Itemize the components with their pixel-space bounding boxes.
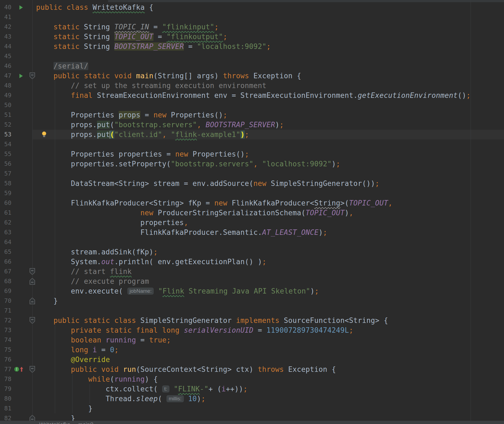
code-line[interactable]: 80 Thread.sleep( millis: 10); bbox=[0, 394, 504, 404]
code-line[interactable]: 77I public void run(SourceContext<String… bbox=[0, 364, 504, 374]
breadcrumb-bar[interactable]: WritetoKafka › main() bbox=[0, 421, 504, 424]
line-number: 63 bbox=[0, 227, 11, 237]
code-line[interactable]: 73 private static final long serialVersi… bbox=[0, 325, 504, 335]
line-number: 50 bbox=[0, 100, 11, 110]
code-line[interactable]: 75 long i = 0; bbox=[0, 345, 504, 355]
code-line[interactable]: 46 /serial/ bbox=[0, 61, 504, 71]
code-text: } bbox=[36, 296, 58, 306]
code-text: public static class SimpleStringGenerato… bbox=[36, 316, 388, 325]
line-number: 52 bbox=[0, 120, 11, 130]
code-line[interactable]: 58 DataStream<String> stream = env.addSo… bbox=[0, 179, 504, 188]
code-line[interactable]: 56 properties.setProperty("bootstrap.ser… bbox=[0, 159, 504, 169]
code-line[interactable]: 55 Properties properties = new Propertie… bbox=[0, 149, 504, 159]
parameter-hint-pill: t: bbox=[162, 385, 169, 392]
code-text: new ProducerStringSerializationSchema(TO… bbox=[36, 208, 353, 218]
code-text: ctx.collect( t: "FLINK-"+ (i++)); bbox=[36, 384, 248, 394]
line-number: 40 bbox=[0, 2, 11, 12]
line-number: 58 bbox=[0, 179, 11, 188]
fold-region-end-icon[interactable] bbox=[29, 278, 35, 285]
code-line[interactable]: 53 props.put("client.id", "flink-example… bbox=[0, 130, 504, 139]
code-text: final StreamExecutionEnvironment env = S… bbox=[36, 91, 471, 100]
line-number: 57 bbox=[0, 169, 11, 179]
fold-region-end-icon[interactable] bbox=[29, 297, 35, 304]
line-number: 54 bbox=[0, 139, 11, 149]
code-line[interactable]: 81 } bbox=[0, 404, 504, 413]
code-line[interactable]: 76 @Override bbox=[0, 355, 504, 364]
code-text: Thread.sleep( millis: 10); bbox=[36, 394, 206, 404]
code-text: Properties properties = new Properties()… bbox=[36, 149, 249, 159]
code-line[interactable]: 65 stream.addSink(fKp); bbox=[0, 247, 504, 257]
code-text: stream.addSink(fKp); bbox=[36, 247, 158, 257]
fold-region-start-icon[interactable] bbox=[29, 72, 35, 79]
code-line[interactable]: 54 bbox=[0, 139, 504, 149]
line-number: 77 bbox=[0, 364, 11, 374]
code-line[interactable]: 47 public static void main(String[] args… bbox=[0, 71, 504, 81]
fold-region-start-icon[interactable] bbox=[29, 366, 35, 373]
code-line[interactable]: 60 FlinkKafkaProducer<String> fKp = new … bbox=[0, 198, 504, 208]
line-number: 64 bbox=[0, 237, 11, 247]
line-number: 49 bbox=[0, 91, 11, 100]
code-line[interactable]: 68 // execute program bbox=[0, 276, 504, 286]
code-line[interactable]: 69 env.execute( jobName: "Flink Streamin… bbox=[0, 286, 504, 296]
code-line[interactable]: 61 new ProducerStringSerializationSchema… bbox=[0, 208, 504, 218]
code-line[interactable]: 62 properties, bbox=[0, 218, 504, 227]
line-number: 43 bbox=[0, 32, 11, 42]
code-text: env.execute( jobName: "Flink Streaming J… bbox=[36, 286, 319, 296]
parameter-hint-pill: jobName: bbox=[127, 288, 154, 295]
code-line[interactable]: 63 FlinkKafkaProducer.Semantic.AT_LEAST_… bbox=[0, 227, 504, 237]
code-line[interactable]: 40public class WritetoKafka { bbox=[0, 2, 504, 12]
code-line[interactable]: 78 while(running) { bbox=[0, 374, 504, 384]
code-text: static String TOPIC_IN = "flinkinput"; bbox=[36, 22, 219, 32]
code-line[interactable]: 49 final StreamExecutionEnvironment env … bbox=[0, 91, 504, 100]
code-text: System.out.println( env.getExecutionPlan… bbox=[36, 257, 266, 267]
code-line[interactable]: 50 bbox=[0, 100, 504, 110]
line-number: 62 bbox=[0, 218, 11, 227]
line-number: 71 bbox=[0, 306, 11, 316]
implementing-method-icon[interactable]: I bbox=[14, 367, 19, 372]
code-line[interactable]: 70 } bbox=[0, 296, 504, 306]
code-line[interactable]: 57 bbox=[0, 169, 504, 179]
code-line[interactable]: 79 ctx.collect( t: "FLINK-"+ (i++)); bbox=[0, 384, 504, 394]
code-text: static String BOOTSTRAP_SERVER = "localh… bbox=[36, 42, 271, 51]
code-line[interactable]: 43 static String TOPIC_OUT = "flinkoutpu… bbox=[0, 32, 504, 42]
code-line[interactable]: 71 bbox=[0, 306, 504, 316]
line-number: 76 bbox=[0, 355, 11, 364]
line-number: 70 bbox=[0, 296, 11, 306]
code-line[interactable]: 51 Properties props = new Properties(); bbox=[0, 110, 504, 120]
line-number: 47 bbox=[0, 71, 11, 81]
code-line[interactable]: 66 System.out.println( env.getExecutionP… bbox=[0, 257, 504, 267]
line-number: 80 bbox=[0, 394, 11, 404]
editor-rows: 40public class WritetoKafka {4142 static… bbox=[0, 2, 504, 423]
parameter-hint-pill: millis: bbox=[166, 395, 184, 402]
folded-region[interactable]: /serial/ bbox=[53, 62, 88, 70]
code-text: // execute program bbox=[36, 276, 149, 286]
code-line[interactable]: 41 bbox=[0, 12, 504, 22]
code-text: public static void main(String[] args) t… bbox=[36, 71, 301, 81]
line-number: 72 bbox=[0, 316, 11, 325]
fold-region-start-icon[interactable] bbox=[29, 317, 35, 324]
intention-bulb-icon[interactable] bbox=[41, 131, 47, 138]
code-text: } bbox=[36, 404, 93, 413]
run-icon[interactable] bbox=[19, 74, 23, 78]
fold-region-start-icon[interactable] bbox=[29, 268, 35, 275]
run-icon[interactable] bbox=[19, 5, 23, 10]
code-text: static String TOPIC_OUT = "flinkoutput"; bbox=[36, 32, 227, 42]
line-number: 46 bbox=[0, 61, 11, 71]
code-line[interactable]: 52 props.put("bootstrap.servers", BOOTST… bbox=[0, 120, 504, 130]
navigate-up-icon[interactable] bbox=[20, 367, 23, 372]
code-line[interactable]: 45 bbox=[0, 51, 504, 61]
line-number: 48 bbox=[0, 81, 11, 91]
code-line[interactable]: 74 boolean running = true; bbox=[0, 335, 504, 345]
code-editor[interactable]: 40public class WritetoKafka {4142 static… bbox=[0, 0, 504, 424]
code-text: /serial/ bbox=[36, 61, 88, 71]
code-line[interactable]: 72 public static class SimpleStringGener… bbox=[0, 316, 504, 325]
breadcrumb[interactable]: WritetoKafka › main() bbox=[39, 422, 94, 424]
code-line[interactable]: 48 // set up the streaming execution env… bbox=[0, 81, 504, 91]
code-line[interactable]: 67 // start flink bbox=[0, 267, 504, 276]
code-text: properties, bbox=[36, 218, 188, 227]
code-line[interactable]: 44 static String BOOTSTRAP_SERVER = "loc… bbox=[0, 42, 504, 51]
code-line[interactable]: 59 bbox=[0, 188, 504, 198]
line-number: 60 bbox=[0, 198, 11, 208]
code-line[interactable]: 42 static String TOPIC_IN = "flinkinput"… bbox=[0, 22, 504, 32]
code-line[interactable]: 64 bbox=[0, 237, 504, 247]
